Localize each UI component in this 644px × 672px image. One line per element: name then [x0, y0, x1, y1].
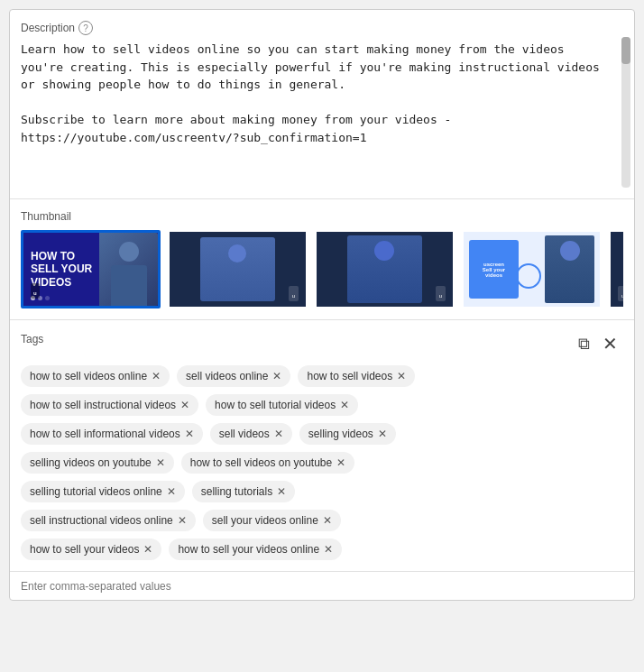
tags-row-4: selling videos on youtube ✕ how to sell …: [21, 452, 623, 474]
tag-2-text: sell videos online: [186, 370, 268, 382]
tag-12: selling tutorials ✕: [192, 481, 295, 502]
tag-1-text: how to sell videos online: [30, 370, 147, 382]
tag-16-remove[interactable]: ✕: [324, 544, 333, 555]
thumbnail-item-2[interactable]: u: [168, 230, 308, 308]
tag-11-remove[interactable]: ✕: [167, 486, 176, 497]
clear-tags-button[interactable]: ✕: [601, 331, 620, 356]
tags-actions: ⧉ ✕: [576, 331, 620, 356]
description-label: Description ?: [21, 21, 623, 35]
tags-input-area: [10, 571, 634, 600]
tag-12-remove[interactable]: ✕: [277, 486, 286, 497]
thumbnail-row: HOW TOSELL YOURVIDEOS u: [21, 230, 623, 308]
tag-14: sell your videos online ✕: [203, 510, 341, 531]
tag-7-text: sell videos: [219, 428, 270, 440]
person-head-3: [374, 241, 394, 261]
tag-2-remove[interactable]: ✕: [272, 371, 281, 382]
thumbnail-4-card-text: uscreenSell yourvideos: [483, 262, 505, 278]
tags-row-7: how to sell your videos ✕ how to sell yo…: [21, 539, 623, 560]
description-help-icon[interactable]: ?: [78, 21, 93, 35]
tag-16-text: how to sell your videos online: [178, 543, 319, 556]
uscreen-logo-2: u: [289, 286, 299, 301]
description-section: Description ? Learn how to sell videos o…: [10, 10, 634, 199]
tag-15-text: how to sell your videos: [30, 543, 139, 556]
uscreen-logo-1: u: [31, 283, 40, 299]
tag-8: selling videos ✕: [299, 423, 396, 445]
thumbnail-item-1[interactable]: HOW TOSELL YOURVIDEOS u: [21, 230, 161, 308]
person-head-2: [228, 244, 246, 262]
thumbnail-2-person: [200, 237, 275, 301]
thumbnail-item-4[interactable]: uscreenSell yourvideos: [462, 230, 602, 308]
tag-7: sell videos ✕: [210, 423, 292, 445]
tag-10: how to sell videos on youtube ✕: [181, 452, 354, 474]
tag-1-remove[interactable]: ✕: [152, 371, 161, 382]
tag-8-text: selling videos: [308, 428, 373, 440]
thumbnail-1-bg: HOW TOSELL YOURVIDEOS u: [23, 233, 158, 306]
tag-6-remove[interactable]: ✕: [185, 428, 194, 439]
description-input[interactable]: Learn how to sell videos online so you c…: [21, 41, 623, 185]
tag-11: selling tutorial videos online ✕: [21, 481, 185, 502]
thumbnail-item-3[interactable]: u: [315, 230, 455, 308]
tag-14-text: sell your videos online: [212, 514, 318, 527]
tag-5-remove[interactable]: ✕: [340, 400, 349, 410]
thumbnail-3-person: [347, 235, 422, 303]
thumbnail-1-title: HOW TOSELL YOURVIDEOS: [31, 250, 92, 289]
thumbnail-3-bg: u: [317, 232, 453, 307]
main-container: Description ? Learn how to sell videos o…: [9, 9, 635, 601]
tag-4: how to sell instructional videos ✕: [21, 394, 198, 416]
thumbnail-section: Thumbnail HOW TOSELL YOURVIDEOS: [10, 199, 634, 320]
uscreen-logo-3: u: [436, 286, 446, 301]
tag-11-text: selling tutorial videos online: [30, 485, 162, 498]
tag-5-text: how to sell tutorial videos: [215, 399, 336, 411]
scrollbar-thumb: [621, 37, 630, 64]
tag-9-remove[interactable]: ✕: [156, 457, 165, 468]
tags-row-3: how to sell informational videos ✕ sell …: [21, 423, 623, 445]
tag-13-text: sell instructional videos online: [30, 514, 173, 527]
tags-row-5: selling tutorial videos online ✕ selling…: [21, 481, 623, 502]
tag-13: sell instructional videos online ✕: [21, 510, 196, 531]
tag-4-text: how to sell instructional videos: [30, 399, 176, 411]
tag-15-remove[interactable]: ✕: [143, 544, 152, 555]
thumbnail-label: Thumbnail: [21, 210, 623, 223]
thumbnail-2-bg: u: [170, 232, 306, 307]
thumbnail-4-person: [545, 235, 594, 303]
tags-row-2: how to sell instructional videos ✕ how t…: [21, 394, 623, 416]
thumbnail-item-5[interactable]: u: [609, 230, 623, 308]
uscreen-logo-5: u: [618, 286, 623, 301]
tag-9: selling videos on youtube ✕: [21, 452, 174, 474]
description-label-text: Description: [21, 22, 75, 34]
tag-13-remove[interactable]: ✕: [178, 515, 187, 526]
tag-8-remove[interactable]: ✕: [378, 428, 387, 439]
tag-10-remove[interactable]: ✕: [336, 457, 345, 468]
thumbnail-4-bg: uscreenSell yourvideos: [464, 232, 600, 307]
thumbnail-5-bg: u: [611, 232, 623, 307]
tag-4-remove[interactable]: ✕: [180, 400, 189, 410]
person-head-4: [560, 241, 580, 261]
tag-14-remove[interactable]: ✕: [323, 515, 332, 526]
thumbnail-4-card: uscreenSell yourvideos: [469, 240, 519, 299]
copy-tags-button[interactable]: ⧉: [576, 333, 592, 355]
tags-header: Tags ⧉ ✕: [21, 331, 623, 356]
scrollbar: [621, 37, 630, 188]
tags-section: Tags ⧉ ✕ how to sell videos online ✕ sel…: [10, 320, 634, 571]
tag-12-text: selling tutorials: [201, 485, 272, 498]
tag-9-text: selling videos on youtube: [30, 456, 152, 469]
tag-1: how to sell videos online ✕: [21, 365, 170, 387]
thumbnail-1-person: [99, 233, 158, 306]
tag-15: how to sell your videos ✕: [21, 539, 161, 560]
tag-7-remove[interactable]: ✕: [274, 428, 283, 439]
tag-16: how to sell your videos online ✕: [169, 539, 342, 560]
tag-3-text: how to sell videos: [307, 370, 392, 382]
tag-3: how to sell videos ✕: [298, 365, 415, 387]
tag-3-remove[interactable]: ✕: [397, 371, 406, 382]
thumbnail-4-circle: [516, 263, 541, 289]
tags-row-1: how to sell videos online ✕ sell videos …: [21, 365, 623, 387]
tags-input[interactable]: [21, 580, 623, 593]
tag-6: how to sell informational videos ✕: [21, 423, 203, 445]
person-head: [119, 242, 139, 262]
tag-5: how to sell tutorial videos ✕: [206, 394, 358, 416]
tag-6-text: how to sell informational videos: [30, 428, 180, 440]
person-body: [111, 265, 147, 306]
tags-label: Tags: [21, 333, 43, 345]
tags-content: how to sell videos online ✕ sell videos …: [21, 365, 623, 560]
tags-row-6: sell instructional videos online ✕ sell …: [21, 510, 623, 531]
